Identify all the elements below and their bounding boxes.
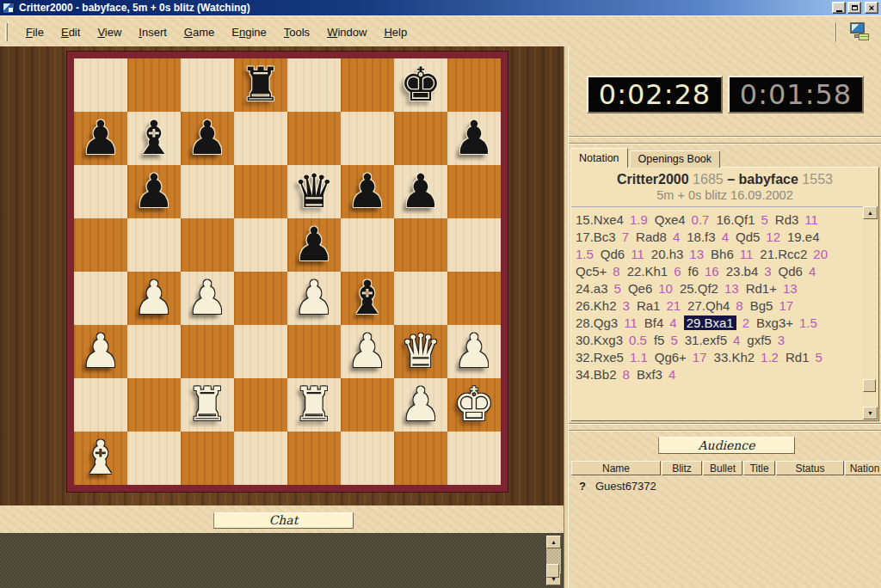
square-f5[interactable] <box>341 218 394 272</box>
square-a1[interactable]: ♝ <box>74 432 127 485</box>
menu-engine[interactable]: Engine <box>223 23 274 41</box>
chat-scroll-up-button[interactable]: ▲ <box>546 536 561 548</box>
chat-scrollbar[interactable]: ▲ ▼ <box>546 536 561 585</box>
square-g1[interactable] <box>394 432 447 485</box>
move-28.Qg3[interactable]: 28.Qg3 <box>576 315 618 330</box>
square-c3[interactable] <box>181 325 234 378</box>
tab-openings-book[interactable]: Openings Book <box>630 150 720 168</box>
square-a2[interactable] <box>74 378 127 432</box>
chat-scroll-track[interactable] <box>546 548 561 573</box>
square-h7[interactable]: ♟ <box>447 112 501 165</box>
square-g8[interactable]: ♚ <box>394 58 447 112</box>
square-e5[interactable]: ♟ <box>287 218 341 272</box>
chess-board[interactable]: ♜♚♟♝♟♟♟♛♟♟♟♟♟♟♝♟♟♛♟♜♜♟♚♝ <box>74 58 501 485</box>
notation-scrollbar[interactable]: ▲ ▼ <box>863 206 878 420</box>
square-g3[interactable]: ♛ <box>394 325 447 378</box>
move-Qe6[interactable]: Qe6 <box>628 281 652 296</box>
square-f4[interactable]: ♝ <box>341 272 394 325</box>
move-27.Qh4[interactable]: 27.Qh4 <box>687 298 730 313</box>
square-e1[interactable] <box>287 432 341 485</box>
menu-edit[interactable]: Edit <box>52 23 89 41</box>
square-d5[interactable] <box>234 218 287 272</box>
square-c8[interactable] <box>181 58 234 112</box>
square-d7[interactable] <box>234 112 287 165</box>
square-h8[interactable] <box>447 58 501 112</box>
close-button[interactable]: × <box>865 2 878 14</box>
notation-scroll-down-button[interactable]: ▼ <box>863 407 878 420</box>
audience-column-title[interactable]: Title <box>743 461 775 475</box>
move-34.Bb2[interactable]: 34.Bb2 <box>576 367 617 382</box>
square-g4[interactable] <box>394 272 447 325</box>
move-21.Rcc2[interactable]: 21.Rcc2 <box>760 247 807 261</box>
square-c7[interactable]: ♟ <box>181 112 234 165</box>
square-d3[interactable] <box>234 325 287 378</box>
move-25.Qf2[interactable]: 25.Qf2 <box>680 281 718 296</box>
restore-button[interactable] <box>847 2 861 14</box>
move-15.Nxe4[interactable]: 15.Nxe4 <box>576 212 624 227</box>
tab-notation[interactable]: Notation <box>570 148 628 168</box>
move-Bxg3+[interactable]: Bxg3+ <box>756 315 793 330</box>
square-d6[interactable] <box>234 165 287 218</box>
move-Qc5+[interactable]: Qc5+ <box>576 264 607 279</box>
move-Qd6[interactable]: Qd6 <box>601 247 625 261</box>
minimize-button[interactable] <box>832 2 846 14</box>
move-33.Kh2[interactable]: 33.Kh2 <box>714 350 755 364</box>
square-e3[interactable] <box>287 325 341 378</box>
move-f5[interactable]: f5 <box>654 333 665 347</box>
square-f3[interactable]: ♟ <box>341 325 394 378</box>
notation-scroll-track[interactable] <box>863 219 878 407</box>
square-c1[interactable] <box>181 432 234 485</box>
menu-file[interactable]: File <box>17 23 52 41</box>
move-Rd1+[interactable]: Rd1+ <box>746 281 777 296</box>
move-24.a3[interactable]: 24.a3 <box>576 281 608 296</box>
move-Bh6[interactable]: Bh6 <box>711 247 734 261</box>
square-b7[interactable]: ♝ <box>127 112 181 165</box>
move-22.Kh1[interactable]: 22.Kh1 <box>627 264 668 279</box>
move-20.h3[interactable]: 20.h3 <box>651 247 684 261</box>
title-bar[interactable]: Critter2000 - babyface, 5m + 0s blitz (W… <box>0 0 881 15</box>
move-Qxe4[interactable]: Qxe4 <box>655 212 686 227</box>
move-26.Kh2[interactable]: 26.Kh2 <box>576 298 617 313</box>
square-h6[interactable] <box>447 165 501 218</box>
toolbar-grip[interactable] <box>5 23 8 41</box>
square-a3[interactable]: ♟ <box>74 325 127 378</box>
square-a7[interactable]: ♟ <box>74 112 127 165</box>
square-f6[interactable]: ♟ <box>341 165 394 218</box>
square-h5[interactable] <box>447 218 501 272</box>
square-g5[interactable] <box>394 218 447 272</box>
move-18.f3[interactable]: 18.f3 <box>687 230 715 244</box>
notation-scroll-up-button[interactable]: ▲ <box>863 206 878 219</box>
move-f6[interactable]: f6 <box>688 264 699 279</box>
square-e4[interactable]: ♟ <box>287 272 341 325</box>
square-g7[interactable] <box>394 112 447 165</box>
audience-column-bullet[interactable]: Bullet <box>703 461 742 475</box>
move-30.Kxg3[interactable]: 30.Kxg3 <box>576 333 623 347</box>
engine-monitor-icon[interactable] <box>849 21 872 44</box>
audience-column-status[interactable]: Status <box>776 461 844 475</box>
move-19.e4[interactable]: 19.e4 <box>787 230 820 244</box>
square-e6[interactable]: ♛ <box>287 165 341 218</box>
menu-help[interactable]: Help <box>375 23 416 41</box>
menu-window[interactable]: Window <box>318 23 375 41</box>
move-31.exf5[interactable]: 31.exf5 <box>685 333 727 347</box>
move-Bxf3[interactable]: Bxf3 <box>637 367 662 382</box>
square-d1[interactable] <box>234 432 287 485</box>
square-b5[interactable] <box>127 218 181 272</box>
square-c2[interactable]: ♜ <box>181 378 234 432</box>
audience-column-name[interactable]: Name <box>571 461 661 475</box>
square-a6[interactable] <box>74 165 127 218</box>
move-Qg6+[interactable]: Qg6+ <box>655 350 687 364</box>
square-d4[interactable] <box>234 272 287 325</box>
move-32.Rxe5[interactable]: 32.Rxe5 <box>576 350 624 364</box>
move-Qd5[interactable]: Qd5 <box>736 230 760 244</box>
audience-column-blitz[interactable]: Blitz <box>662 461 702 475</box>
move-Rd1[interactable]: Rd1 <box>786 350 810 364</box>
menu-view[interactable]: View <box>89 23 130 41</box>
menu-tools[interactable]: Tools <box>275 23 318 41</box>
square-h4[interactable] <box>447 272 501 325</box>
square-c6[interactable] <box>181 165 234 218</box>
audience-column-nation[interactable]: Nation <box>845 461 881 475</box>
square-b8[interactable] <box>127 58 181 112</box>
square-g2[interactable]: ♟ <box>394 378 447 432</box>
square-a8[interactable] <box>74 58 127 112</box>
